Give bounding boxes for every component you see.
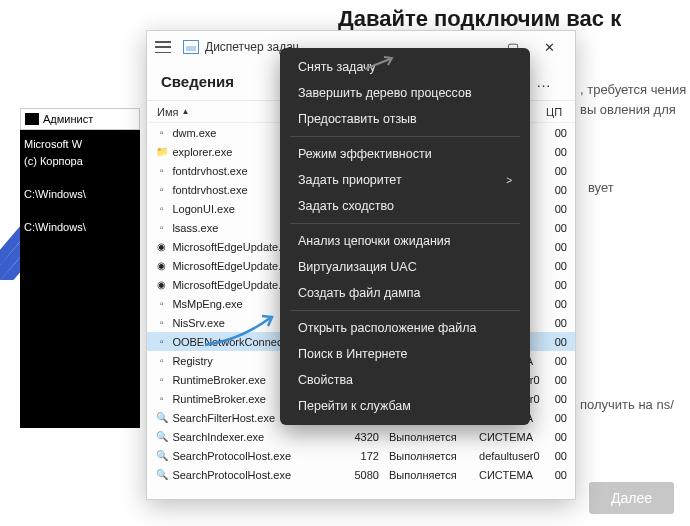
process-cpu: 00 bbox=[546, 469, 567, 481]
process-icon: ▫ bbox=[155, 373, 168, 387]
menu-item[interactable]: Поиск в Интернете bbox=[280, 341, 530, 367]
hamburger-icon[interactable] bbox=[155, 41, 171, 53]
process-cpu: 00 bbox=[546, 450, 567, 462]
process-icon: ▫ bbox=[155, 316, 168, 330]
process-status: Выполняется bbox=[379, 431, 475, 443]
process-cpu: 00 bbox=[546, 374, 567, 386]
process-icon: ▫ bbox=[155, 221, 168, 235]
column-cpu[interactable]: ЦП bbox=[546, 106, 567, 118]
process-cpu: 00 bbox=[546, 279, 567, 291]
menu-item-label: Свойства bbox=[298, 373, 353, 387]
process-icon: 🔍 bbox=[155, 449, 168, 463]
menu-item[interactable]: Свойства bbox=[280, 367, 530, 393]
process-cpu: 00 bbox=[546, 355, 567, 367]
process-cpu: 00 bbox=[546, 317, 567, 329]
menu-item-label: Перейти к службам bbox=[298, 399, 411, 413]
menu-item[interactable]: Перейти к службам bbox=[280, 393, 530, 419]
oobe-side-text-bottom: получить на ns/ bbox=[580, 395, 690, 415]
menu-item[interactable]: Задать сходство bbox=[280, 193, 530, 219]
process-icon: ▫ bbox=[155, 183, 168, 197]
submenu-arrow-icon: > bbox=[506, 175, 512, 186]
menu-item[interactable]: Виртуализация UAC bbox=[280, 254, 530, 280]
process-cpu: 00 bbox=[546, 127, 567, 139]
process-user: defaultuser0 bbox=[475, 450, 546, 462]
menu-item-label: Завершить дерево процессов bbox=[298, 86, 472, 100]
process-name: SearchIndexer.exe bbox=[172, 431, 344, 443]
menu-separator bbox=[290, 310, 520, 311]
more-options-button[interactable]: … bbox=[528, 69, 561, 94]
menu-item-label: Снять задачу bbox=[298, 60, 376, 74]
menu-item-label: Поиск в Интернете bbox=[298, 347, 408, 361]
process-icon: 🔍 bbox=[155, 411, 168, 425]
process-cpu: 00 bbox=[546, 336, 567, 348]
process-name: SearchProtocolHost.exe bbox=[172, 469, 344, 481]
process-name: SearchProtocolHost.exe bbox=[172, 450, 344, 462]
close-button[interactable]: ✕ bbox=[531, 33, 567, 61]
menu-item-label: Режим эффективности bbox=[298, 147, 432, 161]
cmd-title: Админист bbox=[43, 113, 93, 125]
process-icon: ▫ bbox=[155, 297, 168, 311]
context-menu: Снять задачуЗавершить дерево процессовПр… bbox=[280, 48, 530, 425]
menu-item-label: Предоставить отзыв bbox=[298, 112, 417, 126]
oobe-heading: Давайте подключим вас к bbox=[338, 6, 621, 32]
next-button[interactable]: Далее bbox=[589, 482, 674, 514]
process-icon: ▫ bbox=[155, 126, 168, 140]
menu-item-label: Задать приоритет bbox=[298, 173, 402, 187]
cmd-titlebar[interactable]: Админист bbox=[20, 108, 140, 130]
process-icon: ▫ bbox=[155, 202, 168, 216]
menu-item[interactable]: Задать приоритет> bbox=[280, 167, 530, 193]
menu-item-label: Виртуализация UAC bbox=[298, 260, 417, 274]
menu-item[interactable]: Режим эффективности bbox=[280, 141, 530, 167]
process-icon: 🔍 bbox=[155, 430, 168, 444]
process-icon: ◉ bbox=[155, 259, 168, 273]
sort-caret-icon: ▲ bbox=[181, 107, 189, 116]
table-row[interactable]: 🔍SearchProtocolHost.exe172Выполняетсяdef… bbox=[147, 446, 575, 465]
menu-item-label: Анализ цепочки ожидания bbox=[298, 234, 451, 248]
process-icon: ◉ bbox=[155, 278, 168, 292]
menu-item-label: Создать файл дампа bbox=[298, 286, 421, 300]
process-pid: 4320 bbox=[345, 431, 379, 443]
task-manager-icon bbox=[183, 40, 199, 54]
process-status: Выполняется bbox=[379, 469, 475, 481]
process-cpu: 00 bbox=[546, 431, 567, 443]
menu-item[interactable]: Открыть расположение файла bbox=[280, 315, 530, 341]
oobe-side-text-top: , требуется чения вы овления для bbox=[580, 80, 690, 119]
cmd-window: Админист Microsoft W (c) Корпора C:\Wind… bbox=[20, 108, 140, 428]
process-icon: 🔍 bbox=[155, 468, 168, 482]
process-cpu: 00 bbox=[546, 393, 567, 405]
menu-item-label: Открыть расположение файла bbox=[298, 321, 477, 335]
process-icon: 📁 bbox=[155, 145, 168, 159]
menu-item[interactable]: Предоставить отзыв bbox=[280, 106, 530, 132]
process-cpu: 00 bbox=[546, 165, 567, 177]
process-user: СИСТЕМА bbox=[475, 469, 546, 481]
cmd-icon bbox=[25, 113, 39, 125]
table-row[interactable]: 🔍SearchProtocolHost.exe5080ВыполняетсяСИ… bbox=[147, 465, 575, 484]
process-cpu: 00 bbox=[546, 146, 567, 158]
process-icon: ▫ bbox=[155, 335, 168, 349]
menu-separator bbox=[290, 223, 520, 224]
process-cpu: 00 bbox=[546, 184, 567, 196]
process-cpu: 00 bbox=[546, 222, 567, 234]
menu-separator bbox=[290, 136, 520, 137]
menu-item[interactable]: Анализ цепочки ожидания bbox=[280, 228, 530, 254]
process-cpu: 00 bbox=[546, 241, 567, 253]
process-pid: 172 bbox=[345, 450, 379, 462]
process-cpu: 00 bbox=[546, 412, 567, 424]
menu-item[interactable]: Снять задачу bbox=[280, 54, 530, 80]
table-row[interactable]: 🔍SearchIndexer.exe4320ВыполняетсяСИСТЕМА… bbox=[147, 427, 575, 446]
menu-item[interactable]: Завершить дерево процессов bbox=[280, 80, 530, 106]
process-icon: ▫ bbox=[155, 164, 168, 178]
process-cpu: 00 bbox=[546, 298, 567, 310]
process-icon: ▫ bbox=[155, 392, 168, 406]
process-cpu: 00 bbox=[546, 203, 567, 215]
cmd-body: Microsoft W (c) Корпора C:\Windows\ C:\W… bbox=[20, 130, 140, 241]
menu-item[interactable]: Создать файл дампа bbox=[280, 280, 530, 306]
process-status: Выполняется bbox=[379, 450, 475, 462]
oobe-side-text-mid: вует bbox=[588, 180, 614, 195]
tab-details: Сведения bbox=[161, 73, 234, 90]
process-icon: ▫ bbox=[155, 354, 168, 368]
menu-item-label: Задать сходство bbox=[298, 199, 394, 213]
process-pid: 5080 bbox=[345, 469, 379, 481]
process-icon: ◉ bbox=[155, 240, 168, 254]
process-user: СИСТЕМА bbox=[475, 431, 546, 443]
